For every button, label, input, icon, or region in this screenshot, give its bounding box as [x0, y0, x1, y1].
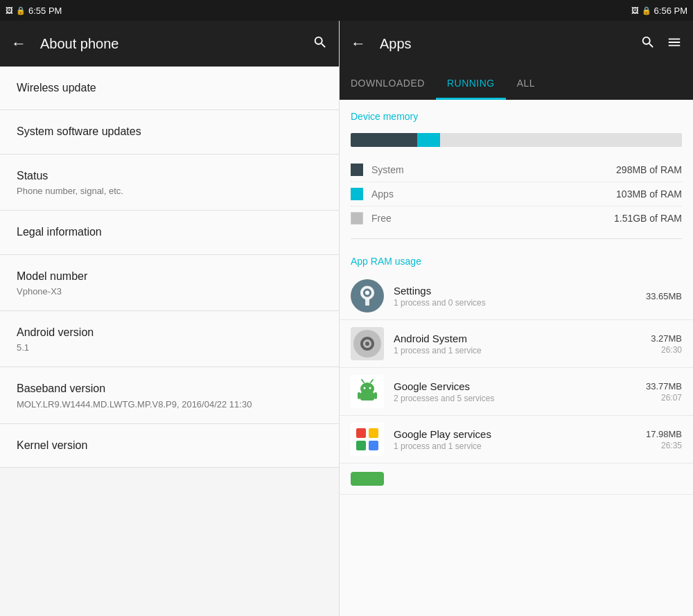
- play-services-meta: 17.98MB 26:35: [646, 429, 682, 450]
- google-services-desc: 2 processes and 5 services: [394, 394, 646, 403]
- legend-label-apps: Apps: [371, 188, 616, 200]
- back-button-right[interactable]: ←: [351, 35, 366, 53]
- tab-running[interactable]: Running: [436, 67, 506, 100]
- android-system-time: 26:30: [651, 345, 682, 355]
- play-services-desc: 1 process and 1 service: [394, 441, 646, 451]
- status-bar-right: 🖼 🔒 6:56 PM: [346, 0, 693, 21]
- legend-color-system: [351, 164, 363, 176]
- settings-item-status[interactable]: Status Phone number, signal, etc.: [0, 155, 339, 211]
- kernel-label: Kernel version: [17, 438, 322, 453]
- app-item-partial[interactable]: [340, 464, 693, 495]
- memory-bar-container: [340, 127, 693, 155]
- svg-rect-17: [369, 428, 378, 438]
- svg-rect-2: [365, 299, 369, 306]
- apps-content: Device memory System 298MB of RAM Apps: [340, 100, 693, 616]
- svg-rect-18: [356, 441, 366, 450]
- memory-legend-apps: Apps 103MB of RAM: [351, 182, 682, 206]
- svg-point-9: [369, 387, 371, 389]
- tab-downloaded[interactable]: Downloaded: [340, 67, 436, 100]
- legend-value-system: 298MB of RAM: [616, 164, 682, 175]
- android-system-size: 3.27MB: [651, 333, 682, 344]
- back-button-left[interactable]: ←: [11, 35, 26, 53]
- android-system-name: Android System: [394, 333, 651, 344]
- svg-rect-12: [374, 392, 377, 399]
- settings-item-wireless-update[interactable]: Wireless update: [0, 67, 339, 110]
- settings-item-baseband[interactable]: Baseband version MOLY.LR9.W1444.MD.LWTG.…: [0, 367, 339, 423]
- settings-app-info: Settings 1 process and 0 services: [394, 285, 646, 308]
- memory-legend-free: Free 1.51GB of RAM: [351, 206, 682, 230]
- status-label: Status: [17, 168, 322, 184]
- right-header-icons: [640, 35, 682, 53]
- google-services-time: 26:07: [646, 393, 682, 403]
- screenshot-icon-left: 🖼: [6, 6, 13, 15]
- lock-icon-right: 🔒: [642, 6, 651, 15]
- apps-title: Apps: [380, 36, 626, 52]
- android-system-desc: 1 process and 1 service: [394, 346, 651, 355]
- legal-label: Legal information: [17, 225, 322, 240]
- settings-app-size: 33.65MB: [646, 291, 682, 301]
- baseband-label: Baseband version: [17, 381, 322, 396]
- lock-icon-left: 🔒: [16, 6, 26, 15]
- app-item-settings[interactable]: Settings 1 process and 0 services 33.65M…: [340, 272, 693, 320]
- memory-legend: System 298MB of RAM Apps 103MB of RAM Fr…: [340, 155, 693, 233]
- menu-button-right[interactable]: [667, 35, 682, 53]
- legend-color-apps: [351, 188, 363, 200]
- memory-bar-apps: [417, 133, 440, 147]
- right-panel-header: ← Apps: [340, 21, 693, 67]
- svg-rect-16: [356, 428, 366, 438]
- svg-rect-10: [360, 392, 374, 401]
- google-services-info: Google Services 2 processes and 5 servic…: [394, 380, 646, 403]
- search-button-right[interactable]: [640, 35, 656, 53]
- android-version-value: 5.1: [17, 342, 322, 353]
- tab-all[interactable]: All: [506, 67, 546, 100]
- wireless-update-label: Wireless update: [17, 80, 322, 96]
- android-system-meta: 3.27MB 26:30: [651, 333, 682, 355]
- legend-value-apps: 103MB of RAM: [616, 188, 682, 200]
- legend-label-system: System: [371, 164, 616, 175]
- settings-item-system-software[interactable]: System software updates: [0, 110, 339, 154]
- system-software-label: System software updates: [17, 124, 322, 139]
- settings-list: Wireless update System software updates …: [0, 67, 339, 616]
- status-bar: 🖼 🔒 6:55 PM 🖼 🔒 6:56 PM: [0, 0, 693, 21]
- left-panel: ← About phone Wireless update System sof…: [0, 21, 340, 616]
- model-label: Model number: [17, 269, 322, 284]
- app-ram-title: App RAM usage: [340, 245, 693, 272]
- app-item-android-system[interactable]: Android System 1 process and 1 service 3…: [340, 320, 693, 368]
- svg-rect-11: [358, 392, 360, 399]
- divider: [351, 238, 682, 239]
- settings-item-kernel[interactable]: Kernel version: [0, 424, 339, 468]
- android-version-label: Android version: [17, 325, 322, 340]
- settings-app-desc: 1 process and 0 services: [394, 298, 646, 308]
- legend-value-free: 1.51GB of RAM: [614, 213, 682, 224]
- app-item-play-services[interactable]: Google Play services 1 process and 1 ser…: [340, 416, 693, 464]
- time-right: 6:56 PM: [654, 6, 687, 16]
- screenshot-icon-right: 🖼: [631, 6, 639, 15]
- main-content: ← About phone Wireless update System sof…: [0, 21, 693, 616]
- settings-item-legal[interactable]: Legal information: [0, 211, 339, 254]
- google-services-icon: [351, 375, 384, 408]
- settings-item-android-version[interactable]: Android version 5.1: [0, 311, 339, 367]
- memory-bar-free: [440, 133, 682, 147]
- android-system-info: Android System 1 process and 1 service: [394, 333, 651, 355]
- legend-color-free: [351, 212, 363, 225]
- svg-rect-19: [369, 441, 378, 450]
- android-system-icon: [351, 327, 384, 360]
- device-memory-title: Device memory: [340, 100, 693, 127]
- settings-item-model[interactable]: Model number Vphone-X3: [0, 255, 339, 311]
- svg-point-8: [364, 387, 366, 389]
- about-phone-title: About phone: [40, 36, 299, 52]
- settings-app-icon: [351, 279, 384, 313]
- svg-point-5: [365, 342, 369, 346]
- memory-bar-system: [351, 133, 417, 147]
- google-services-meta: 33.77MB 26:07: [646, 381, 682, 403]
- app-item-google-services[interactable]: Google Services 2 processes and 5 servic…: [340, 368, 693, 416]
- model-value: Vphone-X3: [17, 286, 322, 297]
- legend-label-free: Free: [371, 213, 614, 224]
- search-button-left[interactable]: [313, 35, 328, 53]
- svg-point-1: [365, 291, 369, 295]
- status-bar-left: 🖼 🔒 6:55 PM: [0, 0, 346, 21]
- time-left: 6:55 PM: [28, 6, 62, 16]
- google-services-size: 33.77MB: [646, 381, 682, 391]
- settings-app-meta: 33.65MB: [646, 291, 682, 301]
- play-services-name: Google Play services: [394, 428, 646, 440]
